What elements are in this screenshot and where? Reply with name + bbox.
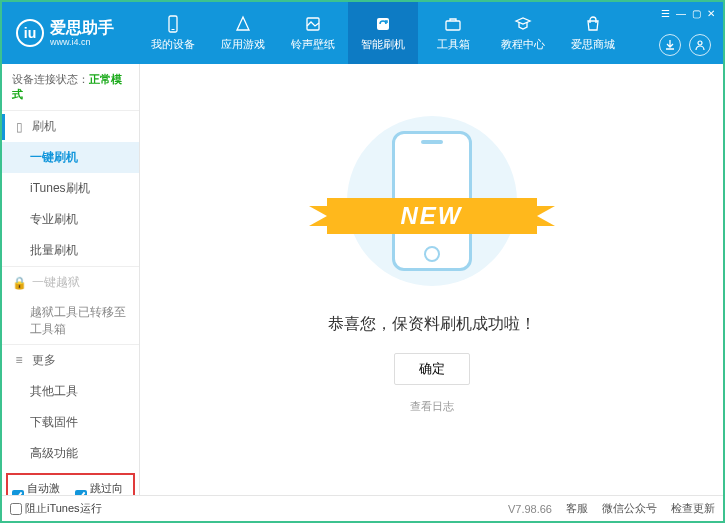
success-message: 恭喜您，保资料刷机成功啦！ [328, 314, 536, 335]
nav-label: 我的设备 [151, 37, 195, 52]
wallpaper-icon [303, 14, 323, 34]
wechat-link[interactable]: 微信公众号 [602, 501, 657, 516]
titlebar: iu 爱思助手 www.i4.cn 我的设备 应用游戏 铃声壁纸 智能刷机 [2, 2, 723, 64]
nav-tutorials[interactable]: 教程中心 [488, 2, 558, 64]
nav-ringtones[interactable]: 铃声壁纸 [278, 2, 348, 64]
nav-toolbox[interactable]: 工具箱 [418, 2, 488, 64]
toolbox-icon [443, 14, 463, 34]
ok-button[interactable]: 确定 [394, 353, 470, 385]
checkbox-input[interactable] [10, 503, 22, 515]
logo-icon: iu [16, 19, 44, 47]
check-update-link[interactable]: 检查更新 [671, 501, 715, 516]
sidebar-item-itunes-flash[interactable]: iTunes刷机 [2, 173, 139, 204]
device-icon [163, 14, 183, 34]
flash-icon [373, 14, 393, 34]
support-link[interactable]: 客服 [566, 501, 588, 516]
sidebar-item-batch-flash[interactable]: 批量刷机 [2, 235, 139, 266]
sidebar-head-jailbreak[interactable]: 🔒 一键越狱 [2, 267, 139, 298]
nav-label: 教程中心 [501, 37, 545, 52]
sidebar-item-oneclick-flash[interactable]: 一键刷机 [2, 142, 139, 173]
main-panel: NEW 恭喜您，保资料刷机成功啦！ 确定 查看日志 [140, 64, 723, 495]
download-button[interactable] [659, 34, 681, 56]
close-icon[interactable]: ✕ [707, 8, 715, 19]
section-title: 刷机 [32, 118, 56, 135]
success-illustration: NEW [337, 116, 527, 286]
lock-icon: 🔒 [12, 276, 26, 290]
checkbox-block-itunes[interactable]: 阻止iTunes运行 [10, 501, 102, 516]
tutorial-icon [513, 14, 533, 34]
checkbox-label: 跳过向导 [90, 481, 130, 495]
connection-status: 设备连接状态：正常模式 [2, 64, 139, 110]
section-title: 一键越狱 [32, 274, 80, 291]
svg-rect-3 [377, 18, 389, 30]
sidebar-section-jailbreak: 🔒 一键越狱 越狱工具已转移至工具箱 [2, 266, 139, 344]
statusbar: 阻止iTunes运行 V7.98.66 客服 微信公众号 检查更新 [2, 495, 723, 521]
sidebar-item-other-tools[interactable]: 其他工具 [2, 376, 139, 407]
sidebar-item-advanced[interactable]: 高级功能 [2, 438, 139, 469]
more-icon: ≡ [12, 353, 26, 367]
sidebar-head-flash[interactable]: ▯ 刷机 [2, 111, 139, 142]
checkbox-auto-activate[interactable]: 自动激活 [12, 481, 67, 495]
nav-store[interactable]: 爱思商城 [558, 2, 628, 64]
jailbreak-note: 越狱工具已转移至工具箱 [2, 298, 139, 344]
checkbox-label: 自动激活 [27, 481, 67, 495]
new-ribbon: NEW [327, 198, 537, 234]
nav-apps[interactable]: 应用游戏 [208, 2, 278, 64]
option-checkboxes: 自动激活 跳过向导 [6, 473, 135, 495]
nav-my-device[interactable]: 我的设备 [138, 2, 208, 64]
window-controls: ☰ — ▢ ✕ [661, 8, 715, 19]
phone-icon: ▯ [12, 120, 26, 134]
app-window: iu 爱思助手 www.i4.cn 我的设备 应用游戏 铃声壁纸 智能刷机 [0, 0, 725, 523]
sidebar-item-pro-flash[interactable]: 专业刷机 [2, 204, 139, 235]
checkbox-label: 阻止iTunes运行 [25, 501, 102, 516]
app-name: 爱思助手 [50, 19, 114, 37]
nav-label: 爱思商城 [571, 37, 615, 52]
body: 设备连接状态：正常模式 ▯ 刷机 一键刷机 iTunes刷机 专业刷机 批量刷机… [2, 64, 723, 495]
minimize-icon[interactable]: — [676, 8, 686, 19]
sidebar-head-more[interactable]: ≡ 更多 [2, 345, 139, 376]
menu-icon[interactable]: ☰ [661, 8, 670, 19]
sidebar: 设备连接状态：正常模式 ▯ 刷机 一键刷机 iTunes刷机 专业刷机 批量刷机… [2, 64, 140, 495]
top-nav: 我的设备 应用游戏 铃声壁纸 智能刷机 工具箱 教程中心 [138, 2, 628, 64]
version-label: V7.98.66 [508, 503, 552, 515]
active-indicator [2, 114, 5, 140]
sidebar-item-download-firmware[interactable]: 下载固件 [2, 407, 139, 438]
nav-label: 应用游戏 [221, 37, 265, 52]
nav-flash[interactable]: 智能刷机 [348, 2, 418, 64]
logo-block: iu 爱思助手 www.i4.cn [2, 2, 128, 64]
view-log-link[interactable]: 查看日志 [410, 399, 454, 414]
store-icon [583, 14, 603, 34]
svg-point-5 [698, 41, 702, 45]
apps-icon [233, 14, 253, 34]
sidebar-bottom: 自动激活 跳过向导 ▯ iPhone 12 mini 64GB Down-12m… [2, 469, 139, 495]
app-site: www.i4.cn [50, 37, 114, 47]
svg-rect-4 [446, 21, 460, 30]
nav-label: 智能刷机 [361, 37, 405, 52]
checkbox-skip-guide[interactable]: 跳过向导 [75, 481, 130, 495]
nav-label: 铃声壁纸 [291, 37, 335, 52]
sidebar-section-more: ≡ 更多 其他工具 下载固件 高级功能 [2, 344, 139, 469]
sidebar-section-flash: ▯ 刷机 一键刷机 iTunes刷机 专业刷机 批量刷机 [2, 110, 139, 266]
conn-label: 设备连接状态： [12, 73, 89, 85]
section-title: 更多 [32, 352, 56, 369]
user-button[interactable] [689, 34, 711, 56]
maximize-icon[interactable]: ▢ [692, 8, 701, 19]
svg-rect-1 [172, 29, 175, 30]
header-actions [659, 34, 711, 56]
nav-label: 工具箱 [437, 37, 470, 52]
